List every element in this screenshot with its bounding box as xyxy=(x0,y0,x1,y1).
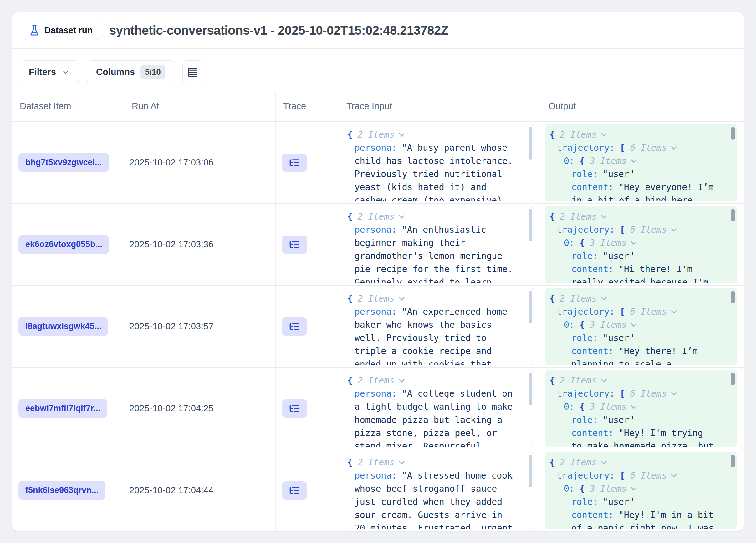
chevron-down-icon[interactable] xyxy=(671,472,677,477)
run-at-cell: 2025-10-02 17:04:25 xyxy=(124,367,276,449)
dataset-item-badge[interactable]: ek6oz6vtoxg055b... xyxy=(18,235,109,254)
trace-cell xyxy=(276,367,339,449)
json-items-count: 2 Items xyxy=(560,293,597,304)
dataset-item-badge[interactable]: eebwi7mfil7lqlf7r... xyxy=(18,399,107,418)
scrollbar-thumb[interactable] xyxy=(731,373,735,385)
run-at-value: 2025-10-02 17:03:36 xyxy=(129,239,213,250)
chevron-down-icon[interactable] xyxy=(399,458,404,464)
output-json-viewer[interactable]: {2 Items trajectory:[6 Items 0:{3 Items … xyxy=(545,288,737,365)
json-items-count: 6 Items xyxy=(630,388,667,399)
dataset-item-badge[interactable]: bhg7t5xv9zgwcel... xyxy=(18,153,109,172)
trace-button[interactable] xyxy=(282,317,307,335)
scrollbar-thumb[interactable] xyxy=(731,291,735,303)
output-cell: {2 Items trajectory:[6 Items 0:{3 Items … xyxy=(541,204,744,285)
trace-cell xyxy=(276,449,339,531)
json-items-count: 2 Items xyxy=(560,375,597,386)
chevron-down-icon[interactable] xyxy=(671,226,677,232)
output-json-viewer[interactable]: {2 Items trajectory:[6 Items 0:{3 Items … xyxy=(545,124,737,201)
filters-button[interactable]: Filters xyxy=(20,60,79,84)
json-key-content: content: xyxy=(571,346,614,356)
column-header-run-at: Run At xyxy=(124,91,276,121)
chevron-down-icon[interactable] xyxy=(631,403,636,408)
chevron-down-icon xyxy=(62,68,70,76)
flask-icon xyxy=(29,25,40,36)
json-open-bracket: [ xyxy=(620,143,625,153)
trace-input-cell: {2 Items persona:"A stressed home cook w… xyxy=(339,449,541,531)
trace-input-json-viewer[interactable]: {2 Items persona:"An enthusiastic beginn… xyxy=(343,206,534,283)
json-open-brace: { xyxy=(580,320,585,330)
json-key-index: 0: xyxy=(564,156,575,166)
chevron-down-icon[interactable] xyxy=(601,376,606,382)
trace-cell xyxy=(276,204,339,285)
scrollbar-thumb[interactable] xyxy=(731,209,735,222)
list-tree-icon xyxy=(289,157,300,168)
trace-button[interactable] xyxy=(282,154,307,172)
json-open-bracket: [ xyxy=(620,470,625,481)
json-items-count: 2 Items xyxy=(358,130,395,140)
trace-input-cell: {2 Items persona:"An enthusiastic beginn… xyxy=(339,204,541,285)
json-items-count: 3 Items xyxy=(590,238,627,248)
scrollbar-thumb[interactable] xyxy=(529,127,532,160)
chevron-down-icon[interactable] xyxy=(601,294,606,300)
trace-input-json-viewer[interactable]: {2 Items persona:"A stressed home cook w… xyxy=(343,452,534,529)
chevron-down-icon[interactable] xyxy=(601,213,606,218)
json-open-brace: { xyxy=(580,484,585,494)
json-items-count: 2 Items xyxy=(358,375,395,386)
dataset-item-badge[interactable]: l8agtuwxisgwk45... xyxy=(18,317,108,336)
json-key-index: 0: xyxy=(564,320,575,330)
scrollbar-thumb[interactable] xyxy=(731,455,735,467)
output-json-viewer[interactable]: {2 Items trajectory:[6 Items 0:{3 Items … xyxy=(545,452,737,529)
trace-button[interactable] xyxy=(282,399,307,417)
dataset-item-cell: l8agtuwxisgwk45... xyxy=(12,285,124,367)
scrollbar-thumb[interactable] xyxy=(529,455,532,487)
json-items-count: 2 Items xyxy=(358,293,395,304)
scrollbar-thumb[interactable] xyxy=(731,127,735,140)
chevron-down-icon[interactable] xyxy=(671,308,677,313)
scrollbar-thumb[interactable] xyxy=(529,291,532,323)
output-json-viewer[interactable]: {2 Items trajectory:[6 Items 0:{3 Items … xyxy=(545,206,737,283)
row-height-button[interactable] xyxy=(182,60,203,84)
chevron-down-icon[interactable] xyxy=(399,213,404,218)
json-key-trajectory: trajectory: xyxy=(557,225,615,235)
json-items-count: 3 Items xyxy=(590,320,627,330)
json-string-value: "user" xyxy=(603,497,634,507)
scrollbar-thumb[interactable] xyxy=(529,209,532,242)
json-string-value: "user" xyxy=(603,169,634,179)
columns-button-label: Columns xyxy=(96,67,135,77)
output-json-viewer[interactable]: {2 Items trajectory:[6 Items 0:{3 Items … xyxy=(545,370,737,447)
output-cell: {2 Items trajectory:[6 Items 0:{3 Items … xyxy=(541,367,744,449)
output-cell: {2 Items trajectory:[6 Items 0:{3 Items … xyxy=(541,285,744,367)
chevron-down-icon[interactable] xyxy=(631,485,636,490)
json-key-persona: persona: xyxy=(355,306,397,317)
json-key-index: 0: xyxy=(564,484,575,494)
trace-button[interactable] xyxy=(282,481,307,499)
chevron-down-icon[interactable] xyxy=(631,239,636,245)
json-open-brace: { xyxy=(347,293,353,304)
chevron-down-icon[interactable] xyxy=(671,390,677,395)
chevron-down-icon[interactable] xyxy=(399,376,404,382)
chevron-down-icon[interactable] xyxy=(601,458,606,464)
output-cell: {2 Items trajectory:[6 Items 0:{3 Items … xyxy=(541,122,744,203)
list-tree-icon xyxy=(289,239,300,250)
column-header-dataset-item: Dataset Item xyxy=(12,91,124,121)
trace-input-json-viewer[interactable]: {2 Items persona:"An experienced home ba… xyxy=(343,288,534,365)
dataset-item-badge[interactable]: f5nk6lse963qrvn... xyxy=(18,481,105,500)
trace-input-json-viewer[interactable]: {2 Items persona:"A college student on a… xyxy=(343,370,534,447)
chevron-down-icon[interactable] xyxy=(399,294,404,300)
table-row: f5nk6lse963qrvn... 2025-10-02 17:04:44 {… xyxy=(12,449,744,531)
scrollbar-thumb[interactable] xyxy=(529,373,532,405)
chevron-down-icon[interactable] xyxy=(399,131,404,136)
trace-button[interactable] xyxy=(282,236,307,254)
run-at-value: 2025-10-02 17:04:25 xyxy=(129,403,213,413)
json-items-count: 2 Items xyxy=(560,457,597,468)
trace-input-json-viewer[interactable]: {2 Items persona:"A busy parent whose ch… xyxy=(343,124,534,201)
json-open-brace: { xyxy=(549,293,555,304)
chevron-down-icon[interactable] xyxy=(631,321,636,326)
chevron-down-icon[interactable] xyxy=(671,144,677,150)
table-row: l8agtuwxisgwk45... 2025-10-02 17:03:57 {… xyxy=(12,285,744,367)
json-key-content: content: xyxy=(571,510,614,520)
page-title: synthetic-conversations-v1 - 2025-10-02T… xyxy=(109,23,448,38)
columns-button[interactable]: Columns 5/10 xyxy=(87,60,174,84)
chevron-down-icon[interactable] xyxy=(601,131,606,136)
chevron-down-icon[interactable] xyxy=(631,157,636,163)
